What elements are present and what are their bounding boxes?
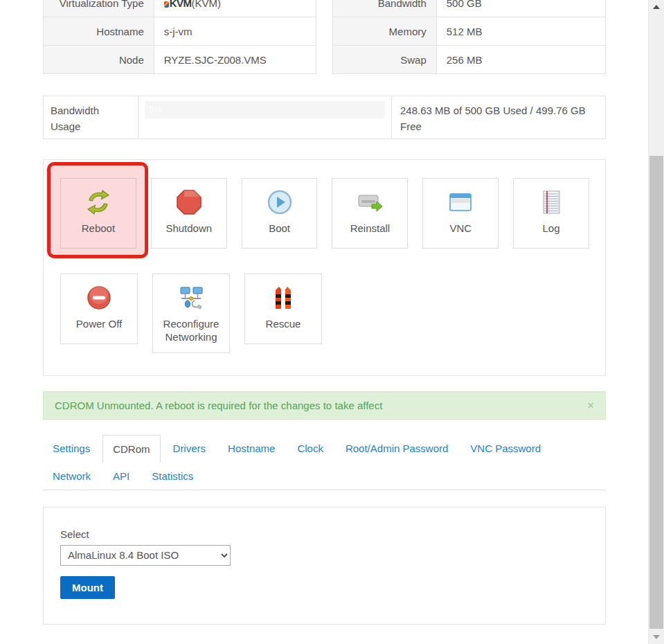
vertical-scrollbar[interactable]: [648, 0, 664, 644]
bandwidth-usage-row: Bandwidth Usage 0% 248.63 MB of 500 GB U…: [43, 96, 606, 139]
memory-label: Memory: [333, 17, 437, 46]
rescue-button[interactable]: Rescue: [244, 274, 322, 344]
reboot-button[interactable]: Reboot: [60, 178, 136, 249]
boot-icon: [266, 188, 294, 216]
power-off-icon: [85, 284, 113, 312]
action-label: Rescue: [266, 318, 301, 331]
reconfigure-networking-icon: [177, 284, 205, 312]
tab-vnc-password[interactable]: VNC Password: [460, 435, 550, 463]
table-row: Node RYZE.SJC-Z008.VMS: [44, 46, 316, 74]
tab-hostname[interactable]: Hostname: [218, 435, 285, 463]
reinstall-icon: [356, 188, 384, 216]
iso-select[interactable]: AlmaLinux 8.4 Boot ISO: [60, 545, 231, 566]
vm-info-tables: Virtualization Type KVM(KVM) Hostname s-…: [43, 0, 606, 74]
action-label: Reinstall: [350, 222, 391, 235]
page-content: Virtualization Type KVM(KVM) Hostname s-…: [43, 0, 606, 625]
table-row: Swap 256 MB: [333, 46, 606, 74]
vnc-button[interactable]: VNC: [422, 178, 499, 249]
bandwidth-usage-label: Bandwidth Usage: [44, 96, 138, 138]
tab-settings[interactable]: Settings: [43, 435, 100, 463]
memory-value: 512 MB: [436, 17, 605, 46]
log-icon: [537, 188, 565, 216]
action-label: VNC: [449, 222, 472, 235]
reinstall-button[interactable]: Reinstall: [332, 178, 408, 249]
shutdown-button[interactable]: Shutdown: [151, 178, 227, 249]
table-row: Virtualization Type KVM(KVM): [44, 0, 316, 17]
cdrom-alert: CDROM Unmounted. A reboot is required fo…: [43, 391, 606, 420]
settings-tabs: Settings CDRom Drivers Hostname Clock Ro…: [43, 435, 606, 490]
tab-root-admin-password[interactable]: Root/Admin Password: [336, 435, 458, 463]
virtualization-type-value: KVM(KVM): [154, 0, 316, 17]
actions-row-2: Power Off Reconfigure Networking: [60, 274, 589, 353]
hostname-value: s-j-vm: [154, 17, 316, 46]
mount-button[interactable]: Mount: [60, 576, 115, 599]
bandwidth-progress-bar: 0%: [145, 101, 385, 118]
reboot-icon: [84, 188, 112, 216]
bandwidth-usage-detail: 248.63 MB of 500 GB Used / 499.76 GB Fre…: [392, 96, 605, 138]
alert-message: CDROM Unmounted. A reboot is required fo…: [55, 400, 587, 411]
action-label: Reconfigure Networking: [156, 318, 226, 344]
reconfigure-networking-button[interactable]: Reconfigure Networking: [152, 274, 230, 353]
action-label: Shutdown: [165, 222, 212, 235]
tab-network[interactable]: Network: [43, 463, 100, 490]
kvm-logo: KVM: [164, 0, 192, 9]
power-off-button[interactable]: Power Off: [60, 274, 138, 344]
node-value: RYZE.SJC-Z008.VMS: [154, 46, 316, 74]
bandwidth-label: Bandwidth: [333, 0, 437, 17]
virtualization-type-label: Virtualization Type: [44, 0, 154, 17]
log-button[interactable]: Log: [513, 178, 589, 249]
vm-details-table: Virtualization Type KVM(KVM) Hostname s-…: [43, 0, 316, 74]
vm-resources-table: Bandwidth 500 GB Memory 512 MB Swap 256 …: [332, 0, 606, 74]
scroll-up-icon: [653, 5, 660, 9]
hostname-label: Hostname: [44, 17, 154, 46]
scrollbar-up-button[interactable]: [649, 0, 664, 14]
shutdown-icon: [175, 188, 203, 216]
table-row: Memory 512 MB: [333, 17, 606, 46]
node-label: Node: [44, 46, 154, 74]
swap-label: Swap: [333, 46, 437, 74]
alert-close-icon[interactable]: ×: [587, 400, 594, 411]
boot-button[interactable]: Boot: [242, 178, 318, 249]
tab-api[interactable]: API: [103, 463, 139, 490]
tab-cdrom[interactable]: CDRom: [102, 435, 160, 463]
bandwidth-percent-label: 0%: [145, 101, 385, 118]
action-label: Power Off: [76, 318, 122, 331]
vm-actions-panel: Reboot Shutdown Boot: [43, 159, 606, 376]
cdrom-panel: Select AlmaLinux 8.4 Boot ISO Mount: [43, 507, 606, 625]
iso-select-label: Select: [60, 528, 589, 540]
tab-statistics[interactable]: Statistics: [142, 463, 203, 490]
action-label: Log: [543, 222, 560, 235]
tab-clock[interactable]: Clock: [287, 435, 333, 463]
bandwidth-value: 500 GB: [436, 0, 605, 17]
rescue-icon: [269, 284, 297, 312]
table-row: Bandwidth 500 GB: [333, 0, 606, 17]
table-row: Hostname s-j-vm: [44, 17, 316, 46]
vnc-icon: [447, 188, 474, 216]
bandwidth-usage-bar-cell: 0%: [138, 96, 392, 138]
tab-drivers[interactable]: Drivers: [163, 435, 216, 463]
actions-row-1: Reboot Shutdown Boot: [60, 178, 589, 249]
scroll-down-icon: [653, 635, 660, 639]
scrollbar-thumb[interactable]: [649, 156, 663, 629]
action-label: Boot: [269, 222, 290, 235]
scrollbar-down-button[interactable]: [649, 630, 664, 644]
swap-value: 256 MB: [436, 46, 605, 74]
action-label: Reboot: [82, 222, 115, 235]
